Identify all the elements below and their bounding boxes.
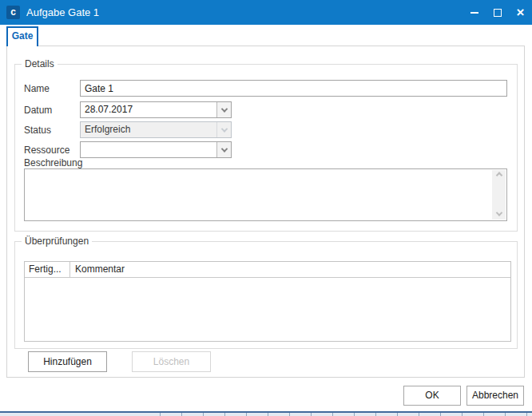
ressource-combobox[interactable]	[80, 141, 232, 158]
app-icon: c	[6, 6, 20, 19]
column-header-fertig[interactable]: Fertig...	[25, 262, 70, 277]
loeschen-button: Löschen	[132, 351, 211, 372]
beschreibung-textarea[interactable]	[25, 169, 492, 220]
beschreibung-scrollbar[interactable]	[492, 170, 506, 220]
chevron-down-icon	[220, 125, 227, 132]
dialog-aufgabe-gate: c Aufgabe Gate 1 × Gate Details Name Dat…	[0, 0, 532, 411]
scroll-up-button[interactable]	[492, 170, 506, 182]
background-timescale-ticks	[160, 413, 532, 416]
status-value: Erfolgreich	[81, 122, 216, 137]
chevron-down-icon	[220, 145, 227, 152]
close-icon: ×	[517, 0, 525, 25]
window-controls: ×	[463, 0, 532, 25]
abbrechen-button[interactable]: Abbrechen	[466, 386, 524, 406]
hinzufuegen-button[interactable]: Hinzufügen	[28, 351, 107, 372]
status-combobox: Erfolgreich	[80, 121, 232, 138]
chevron-down-icon	[495, 209, 502, 216]
chevron-down-icon	[220, 105, 227, 112]
tab-gate[interactable]: Gate	[6, 26, 38, 46]
details-group-legend: Details	[22, 58, 58, 69]
datum-dropdown-button[interactable]	[216, 102, 231, 117]
ressource-value	[81, 142, 216, 157]
beschreibung-label: Beschreibung	[24, 157, 82, 168]
screen: c Aufgabe Gate 1 × Gate Details Name Dat…	[0, 0, 532, 416]
datum-label: Datum	[24, 105, 52, 116]
maximize-button[interactable]	[486, 0, 509, 25]
checks-table-body[interactable]	[25, 278, 510, 342]
ueberpruefungen-group-legend: Überprüfungen	[22, 236, 92, 247]
datum-combobox[interactable]: 28.07.2017	[80, 101, 232, 118]
minimize-button[interactable]	[463, 0, 486, 25]
maximize-icon	[494, 9, 502, 17]
titlebar[interactable]: c Aufgabe Gate 1 ×	[0, 0, 532, 25]
chevron-up-icon	[495, 172, 502, 178]
checks-table[interactable]: Fertig... Kommentar	[24, 261, 511, 342]
status-label: Status	[24, 125, 51, 136]
minimize-icon	[470, 12, 478, 14]
ok-button[interactable]: OK	[403, 386, 461, 406]
column-header-kommentar[interactable]: Kommentar	[70, 262, 510, 277]
scroll-down-button[interactable]	[492, 208, 506, 220]
beschreibung-field	[24, 168, 507, 221]
close-button[interactable]: ×	[509, 0, 532, 25]
name-input[interactable]	[80, 80, 507, 97]
ressource-dropdown-button[interactable]	[216, 142, 231, 157]
status-dropdown-button	[216, 122, 231, 137]
ressource-label: Ressource	[24, 145, 69, 156]
name-label: Name	[24, 83, 50, 94]
checks-table-header: Fertig... Kommentar	[25, 262, 510, 278]
window-title: Aufgabe Gate 1	[26, 0, 99, 25]
datum-value: 28.07.2017	[81, 102, 216, 117]
